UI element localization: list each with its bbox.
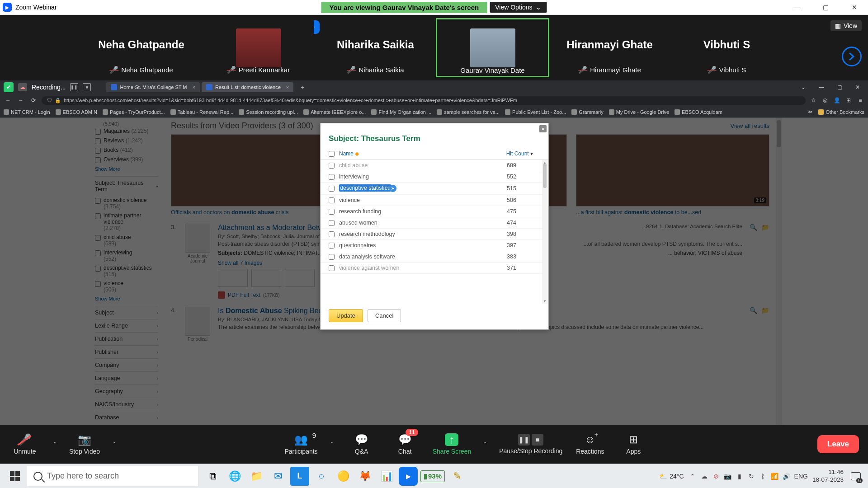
facet-header[interactable]: Publisher› — [95, 345, 158, 358]
term-checkbox[interactable] — [329, 265, 335, 271]
term-checkbox[interactable] — [329, 186, 335, 192]
term-checkbox[interactable] — [329, 209, 335, 215]
facet-checkbox-item[interactable]: Books (412) — [95, 145, 158, 155]
facet-header[interactable]: Geography› — [95, 385, 158, 398]
scroll-down-button[interactable]: ▼ — [542, 298, 547, 304]
bookmark-item[interactable]: Pages - TryOurProduct... — [103, 109, 165, 115]
video-menu-button[interactable]: ⌃ — [112, 441, 117, 447]
security-warning-icon[interactable]: ⊘ — [712, 473, 720, 480]
window-close-button[interactable]: ✕ — [841, 0, 868, 15]
view-options-dropdown[interactable]: View Options ⌄ — [490, 2, 547, 13]
file-explorer-icon[interactable]: 📁 — [247, 467, 266, 486]
show-more-source-types[interactable]: Show More — [95, 166, 158, 172]
facet-header[interactable]: Subject› — [95, 306, 158, 319]
battery-indicator[interactable]: ▮93% — [420, 470, 445, 482]
bookmark-item[interactable]: sample searches for va... — [437, 109, 500, 115]
facet-checkbox-item[interactable]: interviewing(552) — [95, 248, 158, 263]
name-column-header[interactable]: Name ◆ — [339, 150, 502, 157]
cancel-button[interactable]: Cancel — [368, 309, 401, 322]
recording-stop-button[interactable]: ■ — [83, 83, 91, 91]
view-all-results-link[interactable]: View all results — [731, 122, 769, 129]
gallery-view-button[interactable]: ▦ View — [830, 20, 862, 31]
participant-tile[interactable]: Hiranmayi Ghate🎤Hiranmayi Ghate — [554, 19, 665, 76]
qa-button[interactable]: 💬 Q&A — [346, 433, 377, 455]
mail-app-icon[interactable]: ✉ — [269, 467, 288, 486]
bookmark-item[interactable]: My Drive - Google Drive — [609, 109, 669, 115]
term-checkbox[interactable] — [329, 254, 335, 260]
facet-header[interactable]: Database› — [95, 411, 158, 424]
tabs-dropdown-button[interactable]: ⌄ — [797, 84, 810, 90]
term-checkbox[interactable] — [329, 197, 335, 203]
start-button[interactable] — [3, 466, 27, 487]
bookmark-item[interactable]: EBSCO Acquidam — [675, 109, 722, 115]
facet-checkbox[interactable] — [95, 213, 101, 219]
pause-stop-recording-button[interactable]: ❚❚ ■ Pause/Stop Recording — [499, 434, 562, 455]
firefox-app-icon[interactable]: 🦊 — [355, 467, 374, 486]
participant-tile[interactable]: Gaurav Vinayak Date — [437, 19, 548, 76]
tab-close-button[interactable]: × — [286, 84, 289, 90]
thesaurus-term-row[interactable]: data analysis software383 — [321, 251, 542, 263]
facet-checkbox[interactable] — [95, 250, 101, 256]
browser-minimize-button[interactable]: — — [815, 84, 828, 90]
recording-pause-button[interactable]: ❚❚ — [70, 83, 78, 91]
facet-header[interactable]: Company› — [95, 358, 158, 371]
thesaurus-term-row[interactable]: research funding475 — [321, 206, 542, 217]
clock[interactable]: 11:46 18-07-2023 — [812, 469, 844, 483]
bookmark-item[interactable]: Session recording upl... — [239, 109, 298, 115]
browser-tab[interactable]: Home-St. Mira's College ST M× — [106, 82, 199, 92]
bookmarks-overflow-button[interactable]: ≫ — [807, 109, 813, 115]
audio-menu-button[interactable]: ⌃ — [52, 441, 57, 447]
cortana-icon[interactable]: ○ — [312, 467, 331, 486]
other-bookmarks-button[interactable]: Other Bookmarks — [818, 109, 864, 115]
updates-icon[interactable]: ↻ — [747, 473, 755, 480]
facet-checkbox[interactable] — [95, 198, 101, 204]
bookmark-item[interactable]: Find My Organization ... — [371, 109, 431, 115]
hitcount-column-header[interactable]: Hit Count ▾ — [506, 150, 533, 157]
wifi-icon[interactable]: 📶 — [771, 473, 779, 480]
browser-tab[interactable]: Result List: domestic violence× — [202, 82, 293, 92]
edge-app-icon[interactable]: 🌐 — [225, 467, 244, 486]
term-checkbox[interactable] — [329, 220, 335, 226]
thesaurus-term-row[interactable]: questionnaires397 — [321, 240, 542, 251]
zoom-app-icon[interactable]: ▶ — [399, 467, 418, 486]
facet-checkbox[interactable] — [95, 138, 101, 144]
facet-header[interactable]: Publication› — [95, 332, 158, 345]
bookmark-item[interactable]: NET CRM - Login — [4, 109, 50, 115]
result-image-thumb[interactable] — [285, 269, 315, 287]
result-image-thumb[interactable] — [218, 269, 248, 287]
chat-button[interactable]: 💬 11 Chat — [389, 433, 421, 455]
facet-header[interactable]: Lexile Range› — [95, 319, 158, 332]
generic-app-l-icon[interactable]: L — [290, 467, 309, 486]
meet-now-icon[interactable]: 📷 — [724, 473, 732, 480]
onedrive-icon[interactable]: ☁ — [700, 473, 708, 480]
chrome-app-icon[interactable]: 🟡 — [334, 467, 353, 486]
bookmark-item[interactable]: Alternate IEEEXplore o... — [303, 109, 366, 115]
tab-close-button[interactable]: × — [192, 84, 195, 90]
participants-menu-button[interactable]: ⌃ — [330, 441, 334, 447]
scrollbar-thumb[interactable] — [777, 120, 781, 147]
modal-scrollbar[interactable]: ▲ ▼ — [542, 160, 547, 304]
folder-save-button[interactable]: 📁 — [760, 307, 769, 316]
task-view-button[interactable]: ⧉ — [203, 467, 222, 486]
participant-tile[interactable]: 🎤Preeti Karmarkar — [203, 19, 314, 76]
facet-checkbox[interactable] — [95, 235, 101, 241]
reactions-button[interactable]: ☺＋ Reactions — [574, 433, 606, 455]
select-all-checkbox[interactable] — [329, 151, 335, 157]
participants-button[interactable]: 👥 9 Participants — [284, 433, 317, 455]
powerpoint-app-icon[interactable]: 📊 — [377, 467, 396, 486]
participant-tile[interactable]: Vibhuti S🎤Vibhuti S — [671, 19, 782, 76]
video-result[interactable]: 3:19...a first bill against domestic vio… — [576, 134, 769, 216]
weather-widget[interactable]: ⛅ 24°C — [659, 473, 684, 480]
app-menu-button[interactable]: ≡ — [856, 97, 864, 103]
bluetooth-icon[interactable]: ᛒ — [759, 473, 767, 480]
preview-button[interactable]: 🔍 — [749, 307, 758, 316]
show-more-thesaurus[interactable]: Show More — [95, 296, 158, 301]
back-button[interactable]: ← — [4, 97, 13, 103]
language-indicator[interactable]: ENG — [794, 473, 808, 480]
stop-video-button[interactable]: 📷 Stop Video — [69, 433, 100, 455]
new-tab-button[interactable]: ＋ — [298, 83, 307, 92]
account-button[interactable]: 👤 — [833, 97, 841, 103]
extensions-button[interactable]: ⊞ — [844, 97, 853, 103]
facet-checkbox[interactable] — [95, 129, 101, 135]
term-checkbox[interactable] — [329, 231, 335, 237]
